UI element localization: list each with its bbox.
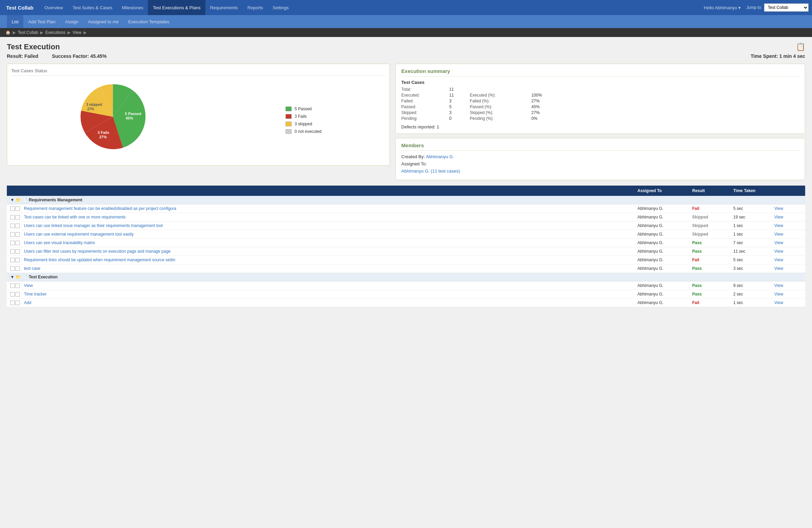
group-row-requirements: ▼ 📁 📄 Requirements Management [7, 196, 805, 204]
checkbox-1[interactable] [10, 284, 15, 288]
row-view-link[interactable]: View [774, 223, 802, 228]
row-name[interactable]: Test cases can be linked with one or mor… [24, 215, 637, 219]
nav-overview[interactable]: Overview [40, 0, 68, 15]
sub-nav-execution-templates[interactable]: Execution Templates [124, 15, 174, 28]
row-view-link[interactable]: View [774, 300, 802, 305]
breadcrumb-view[interactable]: View [73, 30, 81, 35]
checkbox-2[interactable] [15, 301, 20, 305]
row-name[interactable]: Users can filter test cases by requireme… [24, 249, 637, 254]
row-assigned: Abhimanyu G. [637, 292, 692, 297]
group-icon-3: 📁 [16, 275, 21, 279]
row-view-link[interactable]: View [774, 240, 802, 245]
row-assigned: Abhimanyu G. [637, 215, 692, 219]
failed-pct-value: 27% [531, 99, 552, 103]
legend-not-executed-color [286, 129, 292, 134]
group-collapse-icon[interactable]: ▼ [10, 198, 14, 202]
checkbox-1[interactable] [10, 215, 15, 219]
breadcrumb-testcollab[interactable]: Test Collab [18, 30, 38, 35]
top-navigation: Test Collab Overview Test Suites & Cases… [0, 0, 812, 15]
brand-logo[interactable]: Test Collab [3, 5, 36, 11]
row-view-link[interactable]: View [774, 266, 802, 271]
row-view-link[interactable]: View [774, 257, 802, 262]
pie-svg: 5 Passed 45% 3 Fails 27% 3 skipped 27% [75, 79, 151, 154]
nav-test-suites[interactable]: Test Suites & Cases [68, 0, 117, 15]
checkbox-2[interactable] [15, 284, 20, 288]
row-name[interactable]: Add [24, 300, 637, 305]
checkbox-2[interactable] [15, 266, 20, 271]
jump-to-select[interactable]: Test Collab [764, 3, 809, 12]
user-menu[interactable]: Hello Abhimanyu ▾ [704, 5, 741, 10]
checkbox-1[interactable] [10, 301, 15, 305]
table-row: Requirement links should be updated when… [7, 256, 805, 264]
checkbox-1[interactable] [10, 249, 15, 254]
skipped-pct-value: 27% [531, 110, 552, 115]
row-view-link[interactable]: View [774, 249, 802, 254]
checkbox-2[interactable] [15, 241, 20, 245]
checkbox-2[interactable] [15, 215, 20, 219]
breadcrumb-executions[interactable]: Executions [45, 30, 65, 35]
row-name[interactable]: View [24, 283, 637, 288]
checkbox-1[interactable] [10, 258, 15, 262]
col-header-check [10, 188, 24, 193]
checkbox-2[interactable] [15, 206, 20, 211]
checkbox-2[interactable] [15, 224, 20, 228]
row-name[interactable]: Requirement links should be updated when… [24, 257, 637, 262]
edit-icon[interactable]: 📋 [796, 42, 805, 51]
breadcrumb-sep-1: ▶ [13, 30, 16, 35]
defects-line: Defects reported: 1 [401, 124, 799, 129]
pending-value: 0 [449, 116, 470, 121]
nav-settings[interactable]: Settings [268, 0, 293, 15]
row-name[interactable]: test case [24, 266, 637, 271]
row-name[interactable]: Time tracker [24, 292, 637, 297]
legend-passed: 5 Passed [286, 106, 321, 111]
checkbox-1[interactable] [10, 292, 15, 297]
checkbox-2[interactable] [15, 292, 20, 297]
row-assigned: Abhimanyu G. [637, 232, 692, 237]
row-view-link[interactable]: View [774, 206, 802, 211]
sub-nav-add-test-plan[interactable]: Add Test Plan [23, 15, 60, 28]
members-title: Members [401, 142, 799, 151]
table-header: Assigned To Result Time Taken [7, 186, 805, 196]
row-name[interactable]: Users can use linked issue manager as th… [24, 223, 637, 228]
row-view-link[interactable]: View [774, 215, 802, 219]
row-view-link[interactable]: View [774, 292, 802, 297]
checkbox-2[interactable] [15, 249, 20, 254]
row-result: Pass [692, 249, 733, 254]
sub-nav-assign[interactable]: Assign [60, 15, 83, 28]
checkbox-2[interactable] [15, 258, 20, 262]
pie-chart: 5 Passed 45% 3 Fails 27% 3 skipped 27% [75, 79, 157, 161]
row-time: 9 sec [733, 283, 774, 288]
sub-nav-list[interactable]: List [7, 15, 23, 28]
checkbox-1[interactable] [10, 232, 15, 237]
executed-label: Executed: [401, 93, 449, 98]
nav-reports[interactable]: Reports [243, 0, 268, 15]
row-assigned: Abhimanyu G. [637, 300, 692, 305]
nav-test-executions[interactable]: Test Executions & Plans [148, 0, 205, 15]
nav-requirements[interactable]: Requirements [205, 0, 243, 15]
group-collapse-icon-2[interactable]: ▼ [10, 275, 14, 279]
row-name[interactable]: Users can see visual traceability matrix [24, 240, 637, 245]
time-spent: Time Spent: 1 min 4 sec [751, 53, 805, 59]
row-view-link[interactable]: View [774, 232, 802, 237]
row-result: Fail [692, 206, 733, 211]
row-assigned: Abhimanyu G. [637, 249, 692, 254]
checkbox-1[interactable] [10, 266, 15, 271]
total-pct-label [470, 87, 531, 92]
svg-text:27%: 27% [87, 107, 94, 111]
row-time: 5 sec [733, 257, 774, 262]
legend-not-executed: 0 not executed [286, 129, 321, 134]
created-by-value[interactable]: Abhimanyu G. [426, 154, 454, 159]
checkbox-1[interactable] [10, 224, 15, 228]
nav-milestones[interactable]: Milestones [117, 0, 148, 15]
checkbox-1[interactable] [10, 241, 15, 245]
row-name[interactable]: Users can use external requirement manag… [24, 232, 637, 237]
checkbox-1[interactable] [10, 206, 15, 211]
created-by-label: Created By: [401, 154, 425, 159]
row-view-link[interactable]: View [774, 283, 802, 288]
assigned-to-value[interactable]: Abhimanyu G. (11 test cases) [401, 168, 460, 174]
home-icon[interactable]: 🏠 [5, 30, 11, 35]
row-name[interactable]: Requirement management feature can be en… [24, 206, 637, 211]
sub-nav-assigned-to-me[interactable]: Assigned to me [83, 15, 124, 28]
row-checkboxes [10, 215, 24, 219]
checkbox-2[interactable] [15, 232, 20, 237]
